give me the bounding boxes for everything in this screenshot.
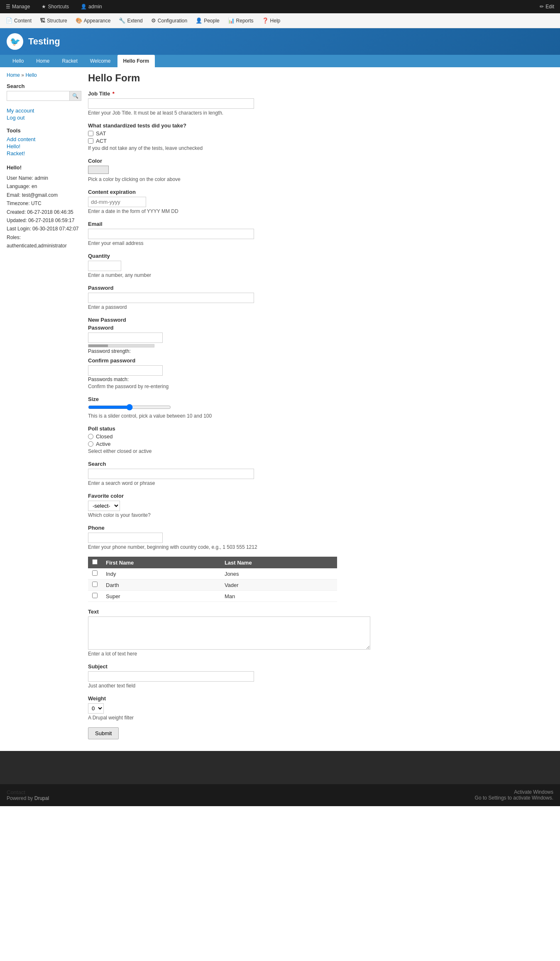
row-checkbox-1[interactable] bbox=[92, 570, 98, 576]
tab-hello-form[interactable]: Hello Form bbox=[117, 55, 155, 67]
sidebar-user-title: Hello! bbox=[7, 163, 81, 172]
email-description: Enter your email address bbox=[88, 240, 553, 246]
size-field: Size This is a slider control, pick a va… bbox=[88, 396, 553, 419]
admin-bar: ☰ Manage ★ Shortcuts 👤 admin ✏ Edit bbox=[0, 0, 560, 13]
hello-link[interactable]: Hello! bbox=[7, 143, 81, 149]
confirm-password-label: Confirm password bbox=[88, 357, 553, 364]
tab-home[interactable]: Home bbox=[30, 55, 55, 67]
nav-structure[interactable]: 🏗 Structure bbox=[36, 13, 71, 28]
sidebar-updated: Updated: 06-27-2018 06:59:17 bbox=[7, 216, 81, 225]
sidebar-created: Created: 06-27-2018 06:46:35 bbox=[7, 208, 81, 216]
color-label: Color bbox=[88, 158, 553, 164]
closed-radio[interactable] bbox=[88, 434, 93, 439]
log-out-link[interactable]: Log out bbox=[7, 115, 81, 121]
contact-link[interactable]: Contact bbox=[7, 789, 25, 795]
password-description: Enter a password bbox=[88, 304, 553, 310]
passwords-match-label: Passwords match: bbox=[88, 377, 553, 382]
add-content-link[interactable]: Add content bbox=[7, 136, 81, 142]
email-label: Email bbox=[88, 221, 553, 227]
job-title-input[interactable] bbox=[88, 98, 254, 109]
sidebar-tools: Tools Add content Hello! Racket! bbox=[7, 127, 81, 156]
search-field-input[interactable] bbox=[88, 469, 254, 479]
password-field: Password Enter a password bbox=[88, 285, 553, 310]
firstname-darth: Darth bbox=[102, 580, 220, 591]
content-expiration-input[interactable] bbox=[88, 197, 146, 207]
people-icon: 👤 bbox=[196, 17, 202, 24]
search-field: Search Enter a search word or phrase bbox=[88, 461, 553, 486]
table-header-lastname: Last Name bbox=[220, 557, 337, 568]
sat-checkbox[interactable] bbox=[88, 131, 93, 136]
password-strength-label: Password strength: bbox=[88, 348, 553, 354]
email-input[interactable] bbox=[88, 229, 254, 239]
breadcrumb-home[interactable]: Home bbox=[7, 72, 20, 78]
favorite-color-field: Favorite color -select- Which color is y… bbox=[88, 493, 553, 518]
color-description: Pick a color by clicking on the color ab… bbox=[88, 176, 553, 182]
edit-button[interactable]: ✏ Edit bbox=[537, 4, 557, 10]
size-slider[interactable] bbox=[88, 404, 171, 411]
row-checkbox-2[interactable] bbox=[92, 582, 98, 587]
size-label: Size bbox=[88, 396, 553, 402]
row-checkbox-3[interactable] bbox=[92, 593, 98, 598]
tab-welcome[interactable]: Welcome bbox=[84, 55, 117, 67]
password-label: Password bbox=[88, 285, 553, 291]
breadcrumb-current[interactable]: Hello bbox=[25, 72, 37, 78]
main-content: Hello Form Job Title * Enter your Job Ti… bbox=[88, 72, 553, 746]
sidebar-search-label: Search bbox=[7, 83, 81, 89]
submit-button[interactable]: Submit bbox=[88, 727, 119, 739]
act-checkbox[interactable] bbox=[88, 138, 93, 144]
nav-configuration[interactable]: ⚙ Configuration bbox=[147, 13, 191, 28]
new-password-input[interactable] bbox=[88, 333, 163, 343]
confirm-password-input[interactable] bbox=[88, 365, 163, 376]
favorite-color-select[interactable]: -select- bbox=[88, 501, 120, 511]
sidebar-search-button[interactable]: 🔍 bbox=[69, 91, 81, 100]
job-title-label: Job Title * bbox=[88, 90, 553, 97]
password-strength-bar bbox=[88, 345, 108, 347]
lastname-man: Man bbox=[220, 591, 337, 602]
table-header-check[interactable] bbox=[88, 557, 102, 568]
sidebar-timezone: Timezone: UTC bbox=[7, 199, 81, 208]
weight-select[interactable]: 0 bbox=[88, 703, 104, 714]
search-field-description: Enter a search word or phrase bbox=[88, 480, 553, 486]
quantity-label: Quantity bbox=[88, 253, 553, 259]
color-swatch[interactable] bbox=[88, 166, 109, 174]
nav-extend[interactable]: 🔧 Extend bbox=[115, 13, 147, 28]
tab-hello[interactable]: Hello bbox=[7, 55, 29, 67]
phone-field: Phone Enter your phone number, beginning… bbox=[88, 525, 553, 550]
star-icon: ★ bbox=[42, 4, 46, 10]
subject-input[interactable] bbox=[88, 671, 254, 682]
table-row: Indy Jones bbox=[88, 568, 337, 580]
password-input[interactable] bbox=[88, 293, 254, 303]
racket-link[interactable]: Racket! bbox=[7, 150, 81, 156]
nav-people[interactable]: 👤 People bbox=[191, 13, 223, 28]
active-radio[interactable] bbox=[88, 441, 93, 447]
password-strength-bar-wrap bbox=[88, 344, 154, 347]
phone-input[interactable] bbox=[88, 533, 163, 543]
nav-content[interactable]: 📄 Content bbox=[2, 13, 36, 28]
poll-status-description: Select either closed or active bbox=[88, 448, 553, 454]
manage-menu[interactable]: ☰ Manage bbox=[3, 4, 32, 10]
table-check-all[interactable] bbox=[92, 559, 98, 565]
my-account-link[interactable]: My account bbox=[7, 108, 81, 114]
extend-icon: 🔧 bbox=[119, 17, 125, 24]
text-textarea[interactable] bbox=[88, 616, 370, 650]
nav-help[interactable]: ❓ Help bbox=[258, 13, 285, 28]
tab-racket[interactable]: Racket bbox=[56, 55, 83, 67]
nav-appearance[interactable]: 🎨 Appearance bbox=[71, 13, 115, 28]
sidebar-language: Language: en bbox=[7, 182, 81, 191]
job-title-description: Enter your Job Title. It must be at leas… bbox=[88, 110, 553, 116]
structure-icon: 🏗 bbox=[40, 17, 45, 24]
quantity-field: Quantity Enter a number, any number bbox=[88, 253, 553, 278]
required-marker: * bbox=[112, 90, 115, 97]
sidebar-search-input[interactable] bbox=[7, 91, 69, 100]
color-field: Color Pick a color by clicking on the co… bbox=[88, 158, 553, 182]
user-menu[interactable]: 👤 admin bbox=[78, 4, 105, 10]
quantity-input[interactable] bbox=[88, 261, 121, 271]
drupal-link[interactable]: Drupal bbox=[34, 795, 49, 801]
sidebar-search-wrap: 🔍 bbox=[7, 91, 81, 101]
favorite-color-description: Which color is your favorite? bbox=[88, 512, 553, 518]
shortcuts-menu[interactable]: ★ Shortcuts bbox=[39, 4, 71, 10]
radio-active: Active bbox=[88, 441, 553, 447]
firstname-indy: Indy bbox=[102, 568, 220, 580]
nav-reports[interactable]: 📊 Reports bbox=[224, 13, 258, 28]
favorite-color-label: Favorite color bbox=[88, 493, 553, 499]
